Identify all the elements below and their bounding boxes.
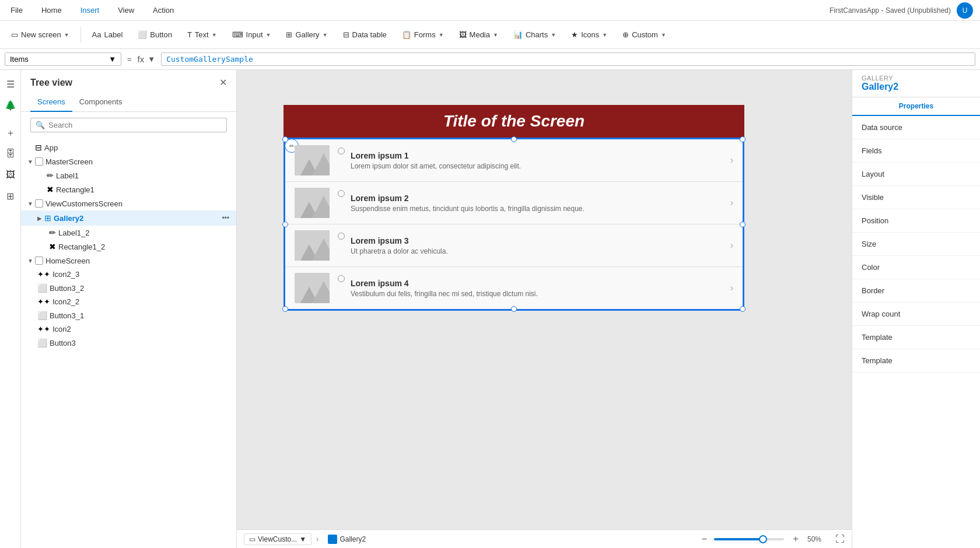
gallery-caret: ▼ bbox=[323, 32, 328, 38]
tree-item-icon2-3[interactable]: ✦✦ Icon2_3 bbox=[21, 268, 236, 281]
right-panel-item-fields[interactable]: Fields bbox=[852, 139, 980, 163]
menu-insert[interactable]: Insert bbox=[77, 3, 103, 17]
tree-label-app: App bbox=[44, 143, 232, 152]
right-panel-item-border[interactable]: Border bbox=[852, 279, 980, 303]
sidebar-tree-icon[interactable]: 🌲 bbox=[1, 96, 20, 114]
sidebar-components-icon[interactable]: ⊞ bbox=[1, 187, 20, 205]
menu-view[interactable]: View bbox=[114, 3, 138, 17]
right-panel-item-wrapcount[interactable]: Wrap count bbox=[852, 303, 980, 326]
gallery-button[interactable]: ⊞ Gallery ▼ bbox=[279, 24, 334, 45]
resize-handle-br[interactable] bbox=[740, 306, 746, 312]
tab-properties[interactable]: Properties bbox=[852, 97, 980, 116]
gallery-item-1[interactable]: Lorem ipsum 1 Lorem ipsum dolor sit amet… bbox=[285, 139, 743, 182]
items-dropdown[interactable]: Items ▼ bbox=[5, 52, 121, 66]
text-button[interactable]: T Text ▼ bbox=[181, 24, 223, 45]
zoom-out-button[interactable]: − bbox=[699, 534, 709, 545]
media-button[interactable]: 🖼 Media ▼ bbox=[453, 24, 505, 45]
right-panel-item-datasource[interactable]: Data source bbox=[852, 116, 980, 139]
right-panel-item-color[interactable]: Color bbox=[852, 256, 980, 279]
right-panel-item-visible[interactable]: Visible bbox=[852, 186, 980, 209]
tree-item-rectangle1-2[interactable]: ✖ Rectangle1_2 bbox=[21, 240, 236, 254]
resize-handle-bl[interactable] bbox=[282, 306, 288, 312]
user-avatar[interactable]: U bbox=[957, 2, 973, 19]
formula-input[interactable] bbox=[161, 52, 975, 66]
zoom-in-button[interactable]: ＋ bbox=[789, 533, 803, 545]
tree-label-viewcustomers: ViewCustomersScreen bbox=[46, 199, 232, 208]
tab-screens[interactable]: Screens bbox=[30, 93, 72, 112]
zoom-slider-thumb[interactable] bbox=[759, 535, 767, 543]
tree-label-icon2: Icon2 bbox=[52, 325, 232, 333]
tree-item-label1[interactable]: ✏ Label1 bbox=[21, 168, 236, 182]
tab-components[interactable]: Components bbox=[72, 93, 130, 112]
resize-handle-tm[interactable] bbox=[511, 136, 517, 142]
sidebar-menu-icon[interactable]: ☰ bbox=[1, 75, 20, 93]
resize-handle-bm[interactable] bbox=[511, 306, 517, 312]
tree-item-masterscreen[interactable]: ▼ MasterScreen bbox=[21, 154, 236, 168]
app-title: FirstCanvasApp - Saved (Unpublished) bbox=[830, 6, 951, 15]
resize-handle-tr[interactable] bbox=[740, 136, 746, 142]
menu-file[interactable]: File bbox=[7, 3, 26, 17]
gallery-item-4[interactable]: Lorem ipsum 4 Vestibulum dui felis, frin… bbox=[285, 267, 743, 309]
tree-label-rect1-2: Rectangle1_2 bbox=[58, 243, 232, 251]
screen-dropdown-icon: ▼ bbox=[299, 535, 306, 543]
screen-checkbox[interactable] bbox=[35, 199, 43, 208]
tree-item-app[interactable]: ⊟ App bbox=[21, 140, 236, 154]
tree-item-icon2-2[interactable]: ✦✦ Icon2_2 bbox=[21, 295, 236, 308]
gallery-item-2[interactable]: Lorem ipsum 2 Suspendisse enim metus, ti… bbox=[285, 182, 743, 224]
tree-item-viewcustomersscreen[interactable]: ▼ ViewCustomersScreen bbox=[21, 196, 236, 210]
gallery-selected[interactable]: ✏ Lorem ipsum 1 Lorem ipsum dolor sit am… bbox=[284, 138, 744, 311]
charts-button[interactable]: 📊 Charts ▼ bbox=[507, 24, 562, 45]
label-button[interactable]: Aa Label bbox=[86, 24, 130, 45]
tree-item-icon2[interactable]: ✦✦ Icon2 bbox=[21, 322, 236, 336]
resize-handle-ml[interactable] bbox=[282, 222, 288, 227]
screen-checkbox[interactable] bbox=[35, 157, 43, 166]
tree-item-gallery2[interactable]: ▶ ⊞ Gallery2 ••• bbox=[21, 210, 236, 226]
icons-icon: ★ bbox=[571, 30, 578, 39]
chevron-right-icon-4: › bbox=[730, 283, 733, 293]
icons-button[interactable]: ★ Icons ▼ bbox=[565, 24, 614, 45]
fullscreen-button[interactable]: ⛶ bbox=[835, 534, 845, 545]
status-gallery-button[interactable]: Gallery2 bbox=[323, 533, 370, 545]
right-panel-item-template2[interactable]: Template bbox=[852, 349, 980, 373]
gallery-item-3[interactable]: Lorem ipsum 3 Ut pharetra a dolor ac veh… bbox=[285, 224, 743, 267]
menu-action[interactable]: Action bbox=[149, 3, 177, 17]
forms-caret: ▼ bbox=[439, 32, 444, 38]
tree-item-rectangle1[interactable]: ✖ Rectangle1 bbox=[21, 182, 236, 196]
canvas-area[interactable]: Title of the Screen ✏ bbox=[237, 70, 852, 548]
chevron-right-icon-2: › bbox=[730, 198, 733, 208]
resize-handle-mr[interactable] bbox=[740, 222, 746, 227]
status-screen-button[interactable]: ▭ ViewCusto... ▼ bbox=[244, 533, 312, 545]
sidebar-add-icon[interactable]: ＋ bbox=[1, 124, 20, 142]
tree-label-button3: Button3 bbox=[50, 339, 232, 347]
breadcrumb-separator: › bbox=[316, 535, 318, 543]
screen-checkbox[interactable] bbox=[35, 257, 43, 265]
data-table-button[interactable]: ⊟ Data table bbox=[337, 24, 393, 45]
right-panel-item-layout[interactable]: Layout bbox=[852, 163, 980, 186]
sidebar-media-icon[interactable]: 🖼 bbox=[1, 166, 20, 184]
forms-button[interactable]: 📋 Forms ▼ bbox=[396, 24, 450, 45]
expand-icon: ▼ bbox=[26, 256, 35, 265]
tree-item-button3-2[interactable]: ⬜ Button3_2 bbox=[21, 281, 236, 295]
tree-item-label1-2[interactable]: ✏ Label1_2 bbox=[21, 226, 236, 240]
menu-home[interactable]: Home bbox=[38, 3, 65, 17]
right-panel-item-template1[interactable]: Template bbox=[852, 326, 980, 349]
more-options-icon[interactable]: ••• bbox=[219, 213, 232, 223]
sidebar-data-icon[interactable]: 🗄 bbox=[1, 145, 20, 163]
custom-button[interactable]: ⊕ Custom ▼ bbox=[616, 24, 673, 45]
right-panel-item-position[interactable]: Position bbox=[852, 209, 980, 233]
input-button[interactable]: ⌨ Input ▼ bbox=[226, 24, 278, 45]
tree-item-button3-1[interactable]: ⬜ Button3_1 bbox=[21, 308, 236, 322]
gallery-thumbnail-3 bbox=[295, 230, 330, 261]
zoom-slider[interactable] bbox=[714, 538, 784, 540]
tree-item-button3[interactable]: ⬜ Button3 bbox=[21, 336, 236, 350]
media-caret: ▼ bbox=[493, 32, 498, 38]
gallery-status-icon bbox=[328, 535, 337, 544]
gallery-icon: ⊞ bbox=[286, 30, 292, 39]
tree-item-homescreen[interactable]: ▼ HomeScreen bbox=[21, 254, 236, 268]
tree-close-icon[interactable]: ✕ bbox=[219, 77, 227, 88]
right-panel-item-size[interactable]: Size bbox=[852, 233, 980, 256]
new-screen-button[interactable]: ▭ New screen ▼ bbox=[5, 24, 76, 45]
button-button[interactable]: ⬜ Button bbox=[131, 24, 178, 45]
screen-icon: ▭ bbox=[11, 30, 18, 39]
search-input[interactable] bbox=[48, 121, 222, 129]
